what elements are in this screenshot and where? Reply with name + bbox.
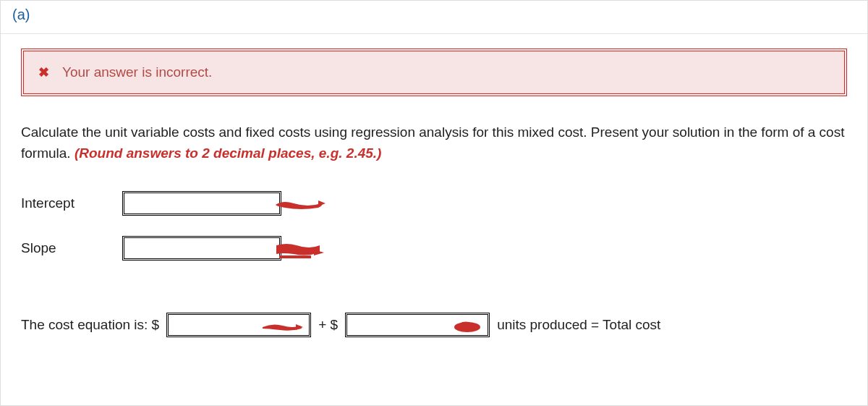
cost-equation-row: The cost equation is: $ + $ units produc…: [21, 313, 847, 337]
part-label: (a): [12, 7, 30, 22]
slope-input[interactable]: [122, 236, 281, 261]
redaction-icon: [450, 320, 483, 334]
incorrect-icon: ✖: [38, 66, 49, 79]
slope-row: Slope: [21, 236, 847, 261]
content-area: ✖ Your answer is incorrect. Calculate th…: [1, 34, 867, 352]
equation-variable-input[interactable]: [345, 313, 490, 337]
redaction-icon: [272, 196, 328, 215]
rounding-note: (Round answers to 2 decimal places, e.g.…: [75, 145, 381, 161]
feedback-box: ✖ Your answer is incorrect.: [21, 48, 847, 96]
equation-prefix: The cost equation is: $: [21, 317, 159, 333]
intercept-input[interactable]: [122, 191, 281, 216]
svg-rect-0: [279, 255, 311, 258]
question-panel: (a) ✖ Your answer is incorrect. Calculat…: [0, 0, 868, 406]
intercept-row: Intercept: [21, 191, 847, 216]
equation-plus: + $: [318, 317, 338, 333]
svg-point-1: [454, 322, 480, 332]
feedback-text: Your answer is incorrect.: [62, 64, 212, 80]
slope-label: Slope: [21, 240, 122, 256]
redaction-icon: [260, 320, 305, 334]
equation-fixed-input[interactable]: [166, 313, 311, 337]
part-header: (a): [1, 1, 867, 34]
question-text: Calculate the unit variable costs and fi…: [21, 122, 847, 164]
intercept-label: Intercept: [21, 195, 122, 211]
equation-suffix: units produced = Total cost: [497, 317, 660, 333]
redaction-icon: [272, 240, 328, 261]
